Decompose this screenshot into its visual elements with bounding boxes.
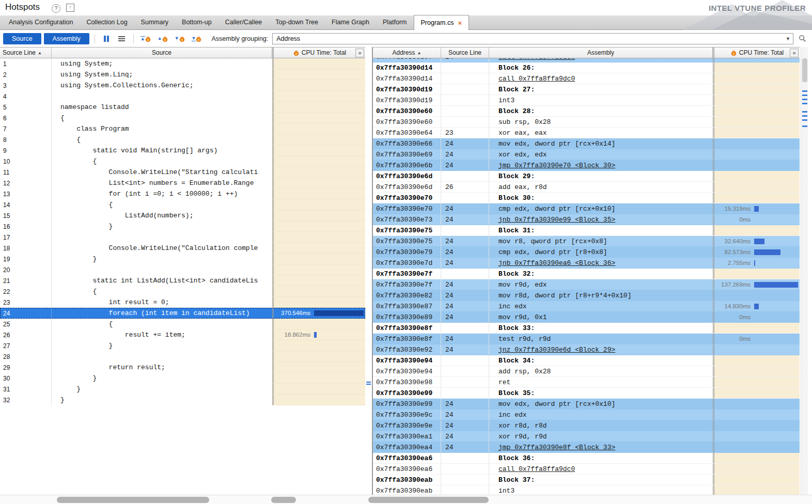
asm-link[interactable]: call 0x7ffa8ffa9dc0 — [498, 465, 575, 473]
tab-caller-callee[interactable]: Caller/Callee — [218, 15, 269, 29]
asm-row[interactable]: 0x7ffa30390d0f24call 0x7ffa8ffa9dc0 — [373, 58, 800, 62]
asm-link[interactable]: jnb 0x7ffa30390ea6 <Block 36> — [498, 259, 615, 267]
asm-row[interactable]: 0x7ffa30390e75Block 31: — [373, 225, 800, 236]
source-row[interactable]: 28 — [0, 351, 365, 362]
asm-row[interactable]: 0x7ffa30390e9924mov edx, dword ptr [rcx+… — [373, 399, 800, 410]
asm-row[interactable]: 0x7ffa30390e8224mov r8d, dword ptr [r8+r… — [373, 290, 800, 301]
asm-row[interactable]: 0x7ffa30390e99Block 35: — [373, 388, 800, 399]
vertical-scroll-thumb[interactable] — [802, 58, 807, 82]
asm-link[interactable]: jmp 0x7ffa30390e8f <Block 33> — [498, 444, 615, 451]
source-row[interactable]: 5namespace listadd — [0, 102, 365, 113]
asm-row[interactable]: 0x7ffa30390e7324jnb 0x7ffa30390e99 <Bloc… — [373, 214, 800, 225]
asm-row[interactable]: 0x7ffa30390e7924cmp edx, dword ptr [r8+0… — [373, 247, 800, 258]
view-mode-icon[interactable] — [115, 33, 129, 44]
source-row[interactable]: 21 static int ListAdd(List<int> candidat… — [0, 275, 365, 286]
source-row[interactable]: 12 List<int> numbers = Enumerable.Range — [0, 178, 365, 188]
source-row[interactable]: 1using System; — [0, 58, 365, 69]
source-row[interactable]: 2using System.Linq; — [0, 69, 365, 80]
asm-row[interactable]: 0x7ffa30390e6b24jmp 0x7ffa30390e70 <Bloc… — [373, 160, 800, 171]
hotspot-heat-marker[interactable] — [802, 103, 807, 104]
asm-row[interactable]: 0x7ffa30390e70Block 30: — [373, 193, 800, 203]
source-row[interactable]: 17 — [0, 232, 365, 243]
asm-row[interactable]: 0x7ffa30390e6dBlock 29: — [373, 171, 800, 182]
hotspot-heat-marker[interactable] — [802, 94, 807, 96]
asm-row[interactable]: 0x7ffa30390e94Block 34: — [373, 355, 800, 366]
asm-row[interactable]: 0x7ffa30390e9e24xor r8d, r8d — [373, 420, 800, 431]
source-row[interactable]: 9 static void Main(string[] args) — [0, 145, 365, 156]
asm-row[interactable]: 0x7ffa30390e60sub rsp, 0x28 — [373, 117, 800, 128]
asm-row[interactable]: 0x7ffa30390e7fBlock 32: — [373, 269, 800, 279]
panel-splitter[interactable] — [365, 47, 372, 495]
source-row[interactable]: 23 int result = 0; — [0, 297, 365, 308]
asm-row[interactable]: 0x7ffa30390eabBlock 37: — [373, 475, 800, 485]
source-row[interactable]: 27 } — [0, 340, 365, 351]
previous-hot-line-icon[interactable]: ▲ — [155, 33, 170, 44]
asm-row[interactable]: 0x7ffa30390d19int3 — [373, 95, 800, 106]
asm-link[interactable]: jnb 0x7ffa30390e99 <Block 35> — [498, 216, 615, 224]
tab-close-icon[interactable]: × — [458, 20, 462, 26]
source-row[interactable]: 3using System.Collections.Generic; — [0, 80, 365, 91]
hotspot-heat-marker[interactable] — [802, 90, 807, 92]
asm-row[interactable]: 0x7ffa30390e7d24jnb 0x7ffa30390ea6 <Bloc… — [373, 258, 800, 269]
asm-row[interactable]: 0x7ffa30390e6423xor eax, eax — [373, 128, 800, 138]
source-row[interactable]: 18 Console.WriteLine("Calculation comple — [0, 243, 365, 254]
assembly-toggle-button[interactable]: Assembly — [44, 33, 89, 44]
tab-top-down-tree[interactable]: Top-down Tree — [269, 15, 325, 29]
source-row[interactable]: 11 Console.WriteLine("Starting calculati — [0, 167, 365, 178]
splitter-handle-icon[interactable] — [366, 382, 371, 385]
asm-row[interactable]: 0x7ffa30390e8fBlock 33: — [373, 323, 800, 334]
asm-row[interactable]: 0x7ffa30390ea6call 0x7ffa8ffa9dc0 — [373, 464, 800, 475]
asm-row[interactable]: 0x7ffa30390e6924xor edx, edx — [373, 149, 800, 160]
asm-row[interactable]: 0x7ffa30390e8724inc edx14.830ms — [373, 301, 800, 312]
source-row[interactable]: 22 { — [0, 286, 365, 297]
jump-to-hottest-icon[interactable]: ▲ — [138, 33, 153, 44]
col-header-assembly[interactable]: Assembly — [489, 48, 713, 58]
source-row[interactable]: 8 { — [0, 134, 365, 145]
asm-row[interactable]: 0x7ffa30390e98ret — [373, 377, 800, 388]
asm-row[interactable]: 0x7ffa30390e60Block 28: — [373, 106, 800, 117]
asm-row[interactable]: 0x7ffa30390e8f24test r9d, r9d0ms — [373, 334, 800, 344]
copy-to-clipboard-icon[interactable]: ↑ — [66, 4, 74, 12]
hotspot-heat-marker[interactable] — [802, 115, 807, 117]
hotspot-heat-marker[interactable] — [802, 99, 807, 100]
source-hscroll-thumb[interactable] — [57, 497, 209, 503]
source-row[interactable]: 31 } — [0, 384, 365, 395]
source-row[interactable]: 6{ — [0, 113, 365, 123]
source-row[interactable]: 7 class Program — [0, 123, 365, 134]
col-header-cpu-time[interactable]: CPU Time: Total » — [272, 48, 365, 58]
asm-row[interactable]: 0x7ffa30390e7f24mov r9d, edx137.269ms — [373, 279, 800, 290]
source-toggle-button[interactable]: Source — [3, 33, 41, 44]
source-row[interactable]: 26 result += item;18.862ms — [0, 329, 365, 340]
col-header-asm-source-line[interactable]: Source Line — [441, 48, 489, 58]
next-hot-line-icon[interactable]: ▼ — [173, 33, 188, 44]
tab-collection-log[interactable]: Collection Log — [80, 15, 134, 29]
source-row[interactable]: 25 { — [0, 319, 365, 329]
asm-row[interactable]: 0x7ffa30390d19Block 27: — [373, 84, 800, 95]
asm-row[interactable]: 0x7ffa30390eabint3 — [373, 485, 800, 495]
tab-summary[interactable]: Summary — [134, 15, 175, 29]
asm-row[interactable]: 0x7ffa30390e8924mov r9d, 0x10ms — [373, 312, 800, 323]
tab-bottom-up[interactable]: Bottom-up — [175, 15, 218, 29]
source-row[interactable]: 19 } — [0, 254, 365, 264]
asm-row[interactable]: 0x7ffa30390e7024cmp edx, dword ptr [rcx+… — [373, 203, 800, 214]
source-row[interactable]: 32} — [0, 395, 365, 405]
asm-link[interactable]: call 0x7ffa8ffa9dc0 — [498, 58, 575, 61]
tab-analysis-configuration[interactable]: Analysis Configuration — [2, 15, 80, 29]
help-icon[interactable]: ? — [52, 4, 60, 13]
asm-row[interactable]: 0x7ffa30390d14call 0x7ffa8ffa9dc0 — [373, 73, 800, 84]
col-header-address[interactable]: Address ▲ — [373, 48, 441, 58]
tab-platform[interactable]: Platform — [376, 15, 414, 29]
asm-row[interactable]: 0x7ffa30390e7524mov r8, qword ptr [rcx+0… — [373, 236, 800, 247]
vertical-scrollbar[interactable] — [801, 47, 808, 495]
source-row[interactable]: 16 } — [0, 221, 365, 232]
tab-program-cs[interactable]: Program.cs× — [414, 15, 470, 30]
source-row[interactable]: 30 } — [0, 373, 365, 384]
asm-row[interactable]: 0x7ffa30390e9c24inc edx — [373, 410, 800, 420]
asm-link[interactable]: jmp 0x7ffa30390e70 <Block 30> — [498, 162, 615, 169]
hotspot-heat-marker[interactable] — [802, 125, 807, 127]
col-header-asm-cpu-time[interactable]: CPU Time: Total » — [713, 48, 800, 58]
source-row[interactable]: 10 { — [0, 156, 365, 167]
col-header-source[interactable]: Source — [52, 48, 272, 58]
source-row[interactable]: 24 foreach (int item in candidateList)37… — [0, 308, 365, 319]
asm-row[interactable]: 0x7ffa30390ea6Block 36: — [373, 453, 800, 464]
